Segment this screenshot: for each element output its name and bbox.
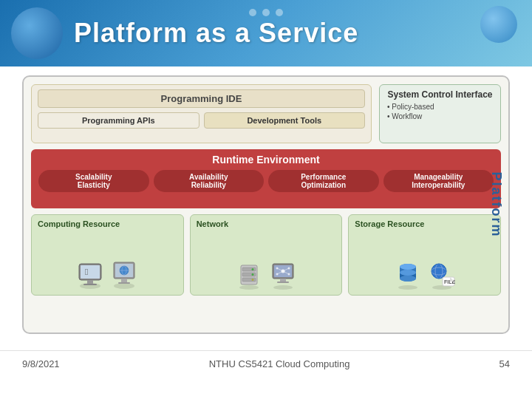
footer-page: 54 [499,358,510,369]
svg-rect-12 [121,279,127,282]
apple-icon:  [76,258,104,290]
programming-ide-label: Programming IDE [38,89,365,108]
computing-resource-title: Computing Resource [38,219,120,228]
svg-rect-34 [280,279,286,282]
runtime-section: Runtime Environment ScalabilityElasticit… [31,149,501,208]
database-icon [394,258,422,290]
svg-rect-2 [81,265,100,279]
svg-point-44 [400,276,416,282]
runtime-pill-performance: PerformanceOptimization [268,170,379,192]
svg-text::  [85,267,88,277]
server-icon [235,258,263,290]
footer-course: NTHU CS5421 Cloud Computing [209,358,350,369]
system-control-item-2: • Workflow [387,112,493,120]
network-resource-title: Network [197,219,228,228]
footer-date: 9/8/2021 [22,358,60,369]
svg-rect-4 [87,280,93,284]
runtime-pill-availability: AvailabilityReliability [154,170,265,192]
runtime-pill-manageability: ManageabilityInteroperability [383,170,494,192]
svg-point-43 [400,270,416,276]
development-tools-box: Development Tools [204,112,366,129]
svg-point-21 [252,279,254,281]
svg-point-6 [114,283,134,289]
storage-resource-icons: FILE [355,258,494,290]
svg-point-19 [252,268,254,270]
header-dots [249,9,283,16]
svg-rect-5 [83,284,97,285]
header-circle-right [480,6,517,43]
programming-apis-box: Programming APIs [38,112,200,129]
system-control-box: System Control Interface • Policy-based … [379,84,501,143]
svg-text:FILE: FILE [444,279,455,284]
computing-resource-icons:  [38,258,177,290]
platform-label: Platform [488,171,504,237]
svg-point-42 [400,264,416,270]
prog-apis-tools: Programming APIs Development Tools [38,112,365,129]
svg-point-20 [252,273,254,276]
network-resource-icons [197,258,336,290]
svg-point-36 [398,285,417,290]
main-container: Platform Programming IDE Programming API… [22,75,510,334]
runtime-pill-scalability: ScalabilityElasticity [38,170,149,192]
header-circle-left [11,7,63,59]
slide-body: Platform Programming IDE Programming API… [0,66,532,377]
runtime-pills: ScalabilityElasticity AvailabilityReliab… [38,170,494,192]
programming-ide-box: Programming IDE Programming APIs Develop… [31,84,372,143]
storage-resource-title: Storage Resource [355,219,424,228]
storage-resource-box: Storage Resource [348,214,501,296]
network-monitor-icon [269,258,297,290]
svg-point-22 [273,285,293,290]
computing-resource-box: Computing Resource  [31,214,184,296]
system-control-title: System Control Interface [387,89,493,100]
system-control-item-1: • Policy-based [387,103,493,111]
svg-rect-35 [277,282,289,283]
page-title: Platform as a Service [74,18,358,49]
slide-header: Platform as a Service [0,0,532,66]
resources-section: Computing Resource  [31,214,501,296]
computer-globe-icon [110,258,138,290]
svg-rect-13 [118,282,130,284]
svg-point-14 [239,285,259,290]
slide-footer: 9/8/2021 NTHU CS5421 Cloud Computing 54 [0,350,532,377]
network-resource-box: Network [190,214,343,296]
file-storage-icon: FILE [428,258,456,290]
top-section: Programming IDE Programming APIs Develop… [31,84,501,143]
runtime-title: Runtime Environment [38,154,494,166]
